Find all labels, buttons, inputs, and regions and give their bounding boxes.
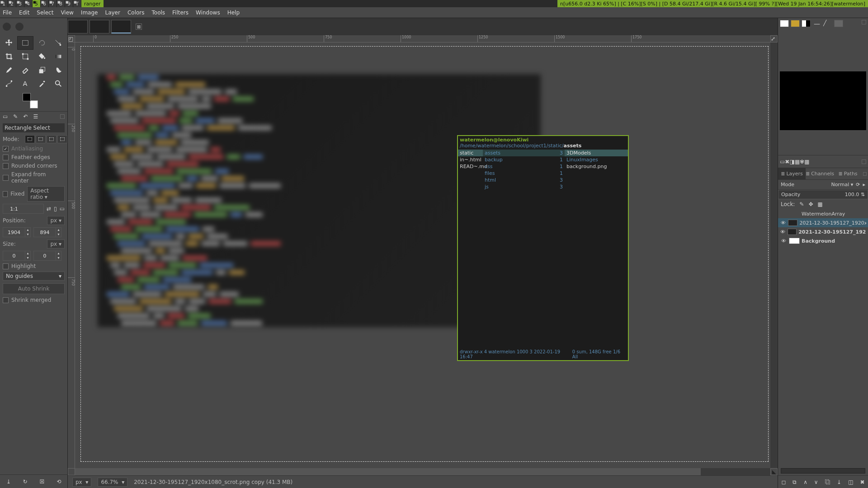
image-tab[interactable]	[68, 20, 88, 33]
gamut-icon[interactable]	[791, 20, 800, 27]
lock-alpha-icon[interactable]: ▩	[818, 201, 823, 207]
soft-proof-icon[interactable]	[780, 20, 789, 27]
menu-image[interactable]: Image	[81, 9, 98, 16]
menubar[interactable]: FileEditSelectViewImageLayerColorsToolsF…	[0, 7, 868, 18]
undo-history-icon[interactable]: ↶	[23, 113, 28, 120]
mode-replace-button[interactable]	[25, 135, 35, 143]
menu-layer[interactable]: Layer	[105, 9, 120, 16]
position-unit-select[interactable]: px ▾	[47, 216, 65, 225]
ruler-vertical[interactable]: 0250500750	[68, 42, 75, 468]
menu-select[interactable]: Select	[37, 9, 53, 16]
nav-icon[interactable]: ◣	[770, 468, 778, 475]
feather-checkbox[interactable]	[3, 155, 9, 160]
mode-intersect-button[interactable]	[57, 135, 67, 143]
bucket-fill-tool-icon[interactable]	[34, 50, 50, 63]
highlight-checkbox[interactable]	[3, 263, 9, 269]
fg-color-swatch[interactable]	[23, 93, 31, 101]
merge-layer-icon[interactable]: ⤓	[837, 479, 841, 485]
size-unit-select[interactable]: px ▾	[47, 239, 65, 249]
new-layer-icon[interactable]: ◻	[781, 479, 786, 485]
transform-tool-icon[interactable]	[17, 50, 33, 63]
quick-mask-icon[interactable]	[68, 468, 75, 475]
fixed-mode-select[interactable]: Aspect ratio ▾	[27, 186, 65, 202]
ratio-input[interactable]	[3, 206, 25, 212]
workspace-T[interactable]: ■T	[73, 0, 81, 7]
mask-layer-icon[interactable]: ◫	[848, 479, 853, 485]
fill-icon[interactable]	[834, 20, 843, 27]
brush-icon[interactable]: ╱	[823, 20, 832, 27]
layer-row[interactable]: ▲WatermelonArray	[778, 209, 868, 218]
patterns-icon[interactable]: ▩	[804, 159, 809, 165]
bw-icon[interactable]	[802, 20, 811, 27]
pointer-icon[interactable]: ✖	[785, 159, 789, 165]
nav-preview[interactable]	[780, 71, 866, 130]
scrollbar-horizontal[interactable]	[75, 468, 770, 475]
clone-tool-icon[interactable]	[34, 63, 50, 77]
ruler-corner[interactable]: ◰	[68, 35, 75, 42]
gradient-tool-icon[interactable]	[50, 50, 66, 63]
text-tool-icon[interactable]: A	[17, 77, 33, 90]
portrait-icon[interactable]: ▯	[54, 206, 57, 212]
pencil-tool-icon[interactable]	[1, 63, 17, 77]
lock-pixels-icon[interactable]: ✎	[799, 201, 804, 207]
smudge-tool-icon[interactable]	[50, 63, 66, 77]
workspace-4[interactable]: ■4	[24, 0, 33, 7]
images-icon[interactable]: ☰	[33, 113, 38, 120]
auto-shrink-button[interactable]: Auto Shrink	[3, 283, 65, 294]
layer-scroll[interactable]	[781, 468, 865, 474]
paths-tool-icon[interactable]	[1, 77, 17, 90]
colors-icon[interactable]: ▦	[795, 159, 800, 165]
landscape-icon[interactable]: ▭	[60, 206, 65, 212]
lock-position-icon[interactable]: ✥	[808, 201, 813, 207]
mode-add-button[interactable]	[36, 135, 46, 143]
workspace-6[interactable]: ■6	[41, 0, 49, 7]
brushes-icon[interactable]: ✾	[800, 159, 804, 165]
mode-select[interactable]: Normal ▾	[831, 182, 853, 188]
tab-channels[interactable]: ≣Channels	[806, 168, 834, 179]
new-group-icon[interactable]: ⧉	[793, 479, 797, 485]
delete-preset-icon[interactable]: ☒	[40, 479, 45, 485]
workspace-2[interactable]: ■2	[8, 0, 16, 7]
sample-points-icon[interactable]: ◨	[789, 159, 794, 165]
close-icon[interactable]: ⊠	[136, 23, 142, 30]
mode-switch-icon[interactable]: ⟳	[856, 182, 860, 188]
histogram-icon[interactable]: ▭	[780, 159, 785, 165]
layer-tabs[interactable]: ≣Layers≣Channels≣Paths	[778, 168, 868, 180]
scrollbar-vertical[interactable]	[770, 42, 778, 468]
menu-windows[interactable]: Windows	[196, 9, 220, 16]
ruler-horizontal[interactable]: 02505007501000125015001750	[75, 35, 770, 42]
crop-tool-icon[interactable]	[1, 50, 17, 63]
minus-icon[interactable]: —	[812, 20, 821, 27]
antialias-checkbox[interactable]	[3, 146, 9, 152]
guides-select[interactable]: No guides▾	[3, 272, 65, 281]
menu-filters[interactable]: Filters	[172, 9, 189, 16]
workspace-switcher[interactable]: ■1■2■3■4■5■6■7■8■9■T	[0, 0, 81, 7]
device-status-icon[interactable]: ✎	[13, 113, 18, 120]
mode-subtract-button[interactable]	[47, 135, 57, 143]
image-tab-active[interactable]	[111, 20, 131, 33]
chevron-icon[interactable]: ▸	[863, 182, 865, 188]
menu-file[interactable]: File	[3, 9, 12, 16]
visibility-icon[interactable]: 👁	[780, 229, 786, 235]
delete-layer-icon[interactable]: ✖	[860, 479, 864, 485]
menu-help[interactable]: Help	[227, 9, 240, 16]
swap-icon[interactable]: ⇄	[47, 206, 51, 212]
zoom-select[interactable]: 66.7% ▾	[98, 478, 127, 487]
duplicate-layer-icon[interactable]: ⿻	[825, 479, 830, 485]
raise-layer-icon[interactable]: ∧	[803, 479, 807, 485]
bg-color-swatch[interactable]	[30, 100, 38, 108]
tool-options-icon[interactable]: ▭	[3, 113, 8, 120]
expand-checkbox[interactable]	[3, 175, 9, 181]
reset-preset-icon[interactable]: ⟲	[57, 479, 61, 485]
canvas-viewport[interactable]: watermelon@lenovoKiwi /home/watermelon/s…	[75, 42, 770, 468]
opacity-slider[interactable]: Opacity100.0 ⇅	[778, 190, 868, 199]
layer-row[interactable]: 👁2021-12-30-195127_1920x1…	[778, 227, 868, 236]
layer-row[interactable]: 👁Background	[778, 236, 868, 245]
unit-select[interactable]: px ▾	[72, 478, 91, 487]
free-select-tool-icon[interactable]	[34, 36, 50, 50]
restore-preset-icon[interactable]: ↻	[23, 479, 28, 485]
pos-x-input[interactable]	[3, 230, 25, 235]
menu-colors[interactable]: Colors	[127, 9, 145, 16]
zoom-tool-icon[interactable]	[50, 77, 66, 90]
rectangle-select-tool-icon[interactable]	[17, 36, 33, 50]
